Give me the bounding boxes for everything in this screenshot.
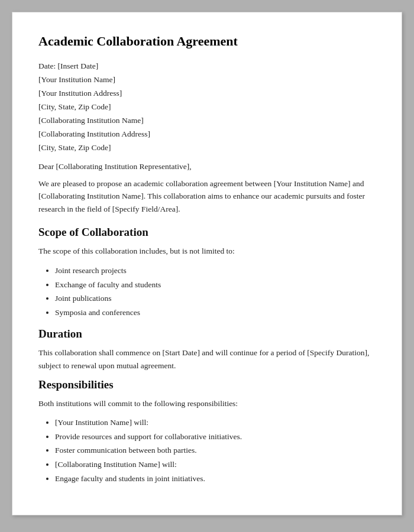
scope-heading: Scope of Collaboration — [38, 226, 376, 239]
list-item: Symposia and conferences — [55, 306, 376, 320]
responsibilities-section: Responsibilities Both institutions will … — [38, 378, 376, 486]
intro-paragraph: We are pleased to propose an academic co… — [38, 177, 376, 216]
city-state-zip-2-line: [City, State, Zip Code] — [38, 141, 376, 155]
salutation-text: Dear [Collaborating Institution Represen… — [38, 162, 376, 171]
institution-address-line: [Your Institution Address] — [38, 87, 376, 100]
responsibilities-heading: Responsibilities — [38, 378, 376, 391]
list-item: Joint research projects — [55, 264, 376, 278]
date-line: Date: [Insert Date] — [38, 60, 376, 73]
list-item: [Your Institution Name] will: — [55, 416, 376, 430]
scope-section: Scope of Collaboration The scope of this… — [38, 226, 376, 319]
duration-heading: Duration — [38, 327, 376, 340]
list-item: Exchange of faculty and students — [55, 278, 376, 292]
list-item: Engage faculty and students in joint ini… — [55, 472, 376, 486]
list-item: Joint publications — [55, 291, 376, 306]
collaborating-address-line: [Collaborating Institution Address] — [38, 128, 376, 141]
city-state-zip-1-line: [City, State, Zip Code] — [38, 100, 376, 114]
document-container: Academic Collaboration Agreement Date: [… — [12, 12, 402, 515]
responsibilities-bullet-list: [Your Institution Name] will: Provide re… — [55, 416, 376, 485]
institution-name-line: [Your Institution Name] — [38, 73, 376, 87]
list-item: Provide resources and support for collab… — [55, 430, 376, 444]
scope-bullet-list: Joint research projects Exchange of facu… — [55, 264, 376, 320]
responsibilities-paragraph: Both institutions will commit to the fol… — [38, 397, 376, 410]
list-item: [Collaborating Institution Name] will: — [55, 458, 376, 472]
duration-paragraph: This collaboration shall commence on [St… — [38, 346, 376, 372]
collaborating-name-line: [Collaborating Institution Name] — [38, 114, 376, 128]
duration-section: Duration This collaboration shall commen… — [38, 327, 376, 372]
scope-paragraph: The scope of this collaboration includes… — [38, 245, 376, 258]
list-item: Foster communication between both partie… — [55, 443, 376, 458]
document-title: Academic Collaboration Agreement — [38, 34, 376, 49]
address-block: Date: [Insert Date] [Your Institution Na… — [38, 60, 376, 155]
